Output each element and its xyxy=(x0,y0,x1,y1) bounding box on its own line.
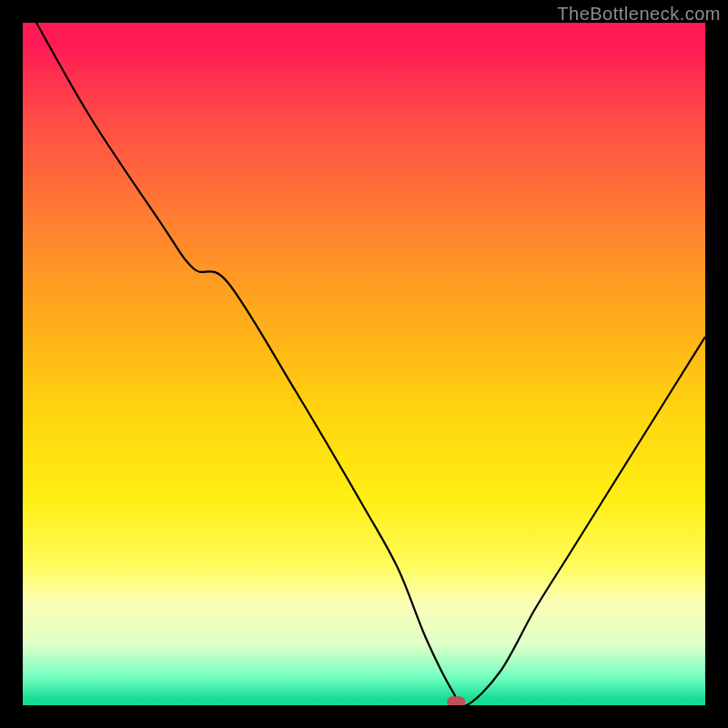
chart-gradient-bg xyxy=(23,23,705,705)
attribution-label: TheBottleneck.com xyxy=(557,4,721,25)
chart-container: TheBottleneck.com xyxy=(0,0,728,728)
